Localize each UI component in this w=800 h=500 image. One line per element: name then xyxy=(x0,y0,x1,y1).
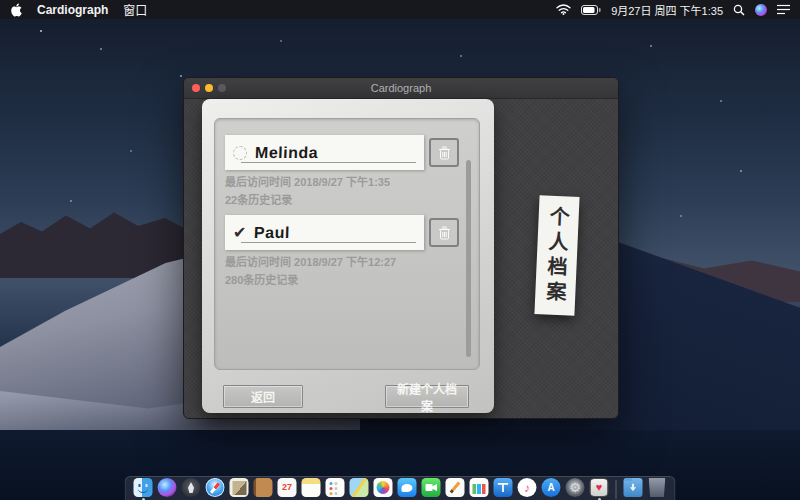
search-icon[interactable] xyxy=(733,4,745,16)
dock-keynote-icon[interactable] xyxy=(494,477,513,500)
desktop: Cardiograph 窗口 9月27日 周四 下午1:35 C xyxy=(0,0,800,500)
dock-maps-icon[interactable] xyxy=(350,477,369,500)
profile-card: Melinda 最后访问时间 2018/9/27 下午1:35 22条历史记录 xyxy=(225,135,469,206)
profile-history: 22条历史记录 xyxy=(225,194,469,206)
siri-icon[interactable] xyxy=(755,4,767,16)
battery-icon[interactable] xyxy=(581,5,601,15)
checkmark-icon: ✔ xyxy=(233,225,246,241)
dock-itunes-icon[interactable]: ♪ xyxy=(518,477,537,500)
dock: 27♪A⚙♥ xyxy=(125,476,676,500)
profile-last-access: 最后访问时间 2018/9/27 下午12:27 xyxy=(225,256,469,268)
dock-numbers-icon[interactable] xyxy=(470,477,489,500)
menu-item-window[interactable]: 窗口 xyxy=(123,1,147,18)
scrollbar-thumb[interactable] xyxy=(466,160,471,357)
back-button[interactable]: 返回 xyxy=(223,385,303,408)
profile-card: ✔ Paul 最后访问时间 2018/9/27 下午12:27 280条历史记录 xyxy=(225,215,469,286)
menu-bar: Cardiograph 窗口 9月27日 周四 下午1:35 xyxy=(0,0,800,19)
dock-sysprefs-icon[interactable]: ⚙ xyxy=(566,477,585,500)
profile-list: Melinda 最后访问时间 2018/9/27 下午1:35 22条历史记录 … xyxy=(214,118,480,370)
dock-messages-icon[interactable] xyxy=(398,477,417,500)
menu-app-name[interactable]: Cardiograph xyxy=(37,3,108,17)
profile-name-field[interactable]: ✔ Paul xyxy=(225,215,424,250)
profile-name-field[interactable]: Melinda xyxy=(225,135,424,170)
dock-safari-icon[interactable] xyxy=(206,477,225,500)
dock-photos-icon[interactable] xyxy=(374,477,393,500)
dock-notes-icon[interactable] xyxy=(302,477,321,500)
profile-name: Paul xyxy=(254,224,290,242)
notification-center-icon[interactable] xyxy=(777,4,790,15)
trash-icon xyxy=(438,226,451,240)
new-profile-button[interactable]: 新建个人档案 xyxy=(385,385,469,408)
window-titlebar[interactable]: Cardiograph xyxy=(184,78,618,99)
dashed-circle-icon xyxy=(233,146,247,160)
dock-cardiograph-icon[interactable]: ♥ xyxy=(590,477,609,500)
wallpaper-stars xyxy=(40,30,42,32)
dock-calendar-icon[interactable]: 27 xyxy=(278,477,297,500)
dock-pages-icon[interactable] xyxy=(446,477,465,500)
profile-last-access: 最后访问时间 2018/9/27 下午1:35 xyxy=(225,176,469,188)
dock-appstore-icon[interactable]: A xyxy=(542,477,561,500)
apple-menu-icon[interactable] xyxy=(10,3,22,17)
window-title: Cardiograph xyxy=(184,78,618,98)
dock-photo-icon[interactable] xyxy=(230,477,249,500)
side-label-profiles: 个人档案 xyxy=(534,195,579,316)
profile-history: 280条历史记录 xyxy=(225,274,469,286)
name-underline xyxy=(241,162,416,163)
dock-contacts-icon[interactable] xyxy=(254,477,273,500)
trash-icon xyxy=(438,146,451,160)
dock-launchpad-icon[interactable] xyxy=(182,477,201,500)
delete-profile-button[interactable] xyxy=(429,138,459,167)
dock-siri-icon[interactable] xyxy=(158,477,177,500)
wifi-icon[interactable] xyxy=(556,4,571,15)
dock-trash-icon[interactable] xyxy=(648,477,667,500)
delete-profile-button[interactable] xyxy=(429,218,459,247)
profiles-panel: Melinda 最后访问时间 2018/9/27 下午1:35 22条历史记录 … xyxy=(202,99,494,413)
dock-downloads-icon[interactable] xyxy=(624,477,643,500)
profile-name: Melinda xyxy=(255,144,319,162)
dock-separator xyxy=(616,480,617,499)
name-underline xyxy=(241,242,416,243)
dock-finder-icon[interactable] xyxy=(134,477,153,500)
dock-reminders-icon[interactable] xyxy=(326,477,345,500)
dock-facetime-icon[interactable] xyxy=(422,477,441,500)
menu-clock[interactable]: 9月27日 周四 下午1:35 xyxy=(611,2,723,18)
